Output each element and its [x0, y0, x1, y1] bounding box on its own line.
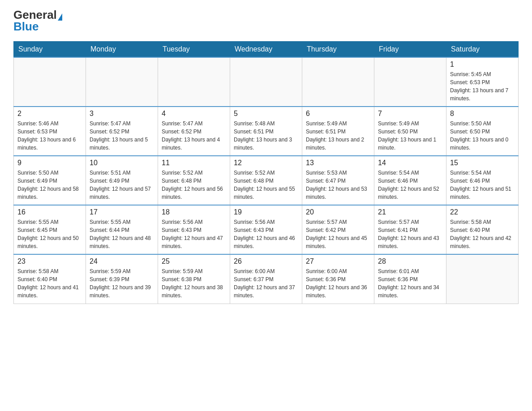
calendar-cell: 8Sunrise: 5:50 AM Sunset: 6:50 PM Daylig… — [446, 107, 519, 156]
calendar-cell: 16Sunrise: 5:55 AM Sunset: 6:45 PM Dayli… — [14, 205, 86, 254]
day-info: Sunrise: 5:59 AM Sunset: 6:38 PM Dayligh… — [162, 267, 226, 300]
calendar-cell: 5Sunrise: 5:48 AM Sunset: 6:51 PM Daylig… — [230, 107, 302, 156]
day-info: Sunrise: 5:50 AM Sunset: 6:49 PM Dayligh… — [17, 169, 82, 201]
weekday-header-monday: Monday — [86, 42, 158, 58]
weekday-header-thursday: Thursday — [302, 42, 374, 58]
calendar-cell: 25Sunrise: 5:59 AM Sunset: 6:38 PM Dayli… — [158, 254, 230, 304]
day-number: 18 — [162, 208, 226, 216]
calendar-cell: 9Sunrise: 5:50 AM Sunset: 6:49 PM Daylig… — [14, 156, 86, 205]
calendar-cell — [374, 57, 446, 107]
day-info: Sunrise: 5:53 AM Sunset: 6:47 PM Dayligh… — [306, 169, 370, 201]
day-number: 7 — [378, 110, 442, 118]
day-info: Sunrise: 5:56 AM Sunset: 6:43 PM Dayligh… — [234, 218, 298, 250]
day-number: 17 — [90, 208, 154, 216]
day-number: 12 — [234, 159, 298, 167]
day-info: Sunrise: 6:00 AM Sunset: 6:36 PM Dayligh… — [306, 267, 370, 300]
day-info: Sunrise: 5:59 AM Sunset: 6:39 PM Dayligh… — [90, 267, 154, 300]
calendar-cell — [446, 254, 519, 304]
calendar-cell: 14Sunrise: 5:54 AM Sunset: 6:46 PM Dayli… — [374, 156, 446, 205]
calendar-cell — [302, 57, 374, 107]
calendar-cell: 18Sunrise: 5:56 AM Sunset: 6:43 PM Dayli… — [158, 205, 230, 254]
day-info: Sunrise: 5:54 AM Sunset: 6:46 PM Dayligh… — [378, 169, 442, 201]
day-info: Sunrise: 5:55 AM Sunset: 6:45 PM Dayligh… — [17, 218, 82, 250]
day-info: Sunrise: 5:57 AM Sunset: 6:42 PM Dayligh… — [306, 218, 370, 250]
day-number: 11 — [162, 159, 226, 167]
calendar-cell — [86, 57, 158, 107]
calendar-cell: 2Sunrise: 5:46 AM Sunset: 6:53 PM Daylig… — [14, 107, 86, 156]
calendar-cell: 15Sunrise: 5:54 AM Sunset: 6:46 PM Dayli… — [446, 156, 519, 205]
day-number: 2 — [17, 110, 82, 118]
calendar-cell: 24Sunrise: 5:59 AM Sunset: 6:39 PM Dayli… — [86, 254, 158, 304]
weekday-header-saturday: Saturday — [446, 42, 519, 58]
weekday-header-friday: Friday — [374, 42, 446, 58]
calendar-cell: 12Sunrise: 5:52 AM Sunset: 6:48 PM Dayli… — [230, 156, 302, 205]
day-info: Sunrise: 5:45 AM Sunset: 6:53 PM Dayligh… — [450, 70, 515, 103]
day-number: 6 — [306, 110, 370, 118]
day-number: 10 — [90, 159, 154, 167]
page-header: General Blue — [13, 9, 519, 32]
day-info: Sunrise: 5:47 AM Sunset: 6:52 PM Dayligh… — [162, 120, 226, 152]
day-number: 3 — [90, 110, 154, 118]
week-row-2: 2Sunrise: 5:46 AM Sunset: 6:53 PM Daylig… — [14, 107, 519, 156]
weekday-header-row: SundayMondayTuesdayWednesdayThursdayFrid… — [14, 42, 519, 58]
calendar-cell: 11Sunrise: 5:52 AM Sunset: 6:48 PM Dayli… — [158, 156, 230, 205]
day-number: 16 — [17, 208, 82, 216]
calendar-cell — [230, 57, 302, 107]
calendar-cell: 20Sunrise: 5:57 AM Sunset: 6:42 PM Dayli… — [302, 205, 374, 254]
day-number: 25 — [162, 257, 226, 265]
calendar-cell: 27Sunrise: 6:00 AM Sunset: 6:36 PM Dayli… — [302, 254, 374, 304]
day-number: 22 — [450, 208, 515, 216]
day-info: Sunrise: 5:46 AM Sunset: 6:53 PM Dayligh… — [17, 120, 82, 152]
calendar-cell: 7Sunrise: 5:49 AM Sunset: 6:50 PM Daylig… — [374, 107, 446, 156]
day-info: Sunrise: 5:54 AM Sunset: 6:46 PM Dayligh… — [450, 169, 515, 201]
calendar-cell: 19Sunrise: 5:56 AM Sunset: 6:43 PM Dayli… — [230, 205, 302, 254]
weekday-header-sunday: Sunday — [14, 42, 86, 58]
day-number: 26 — [234, 257, 298, 265]
week-row-3: 9Sunrise: 5:50 AM Sunset: 6:49 PM Daylig… — [14, 156, 519, 205]
calendar-cell: 3Sunrise: 5:47 AM Sunset: 6:52 PM Daylig… — [86, 107, 158, 156]
day-number: 15 — [450, 159, 515, 167]
day-number: 4 — [162, 110, 226, 118]
week-row-5: 23Sunrise: 5:58 AM Sunset: 6:40 PM Dayli… — [14, 254, 519, 304]
day-number: 20 — [306, 208, 370, 216]
day-info: Sunrise: 6:00 AM Sunset: 6:37 PM Dayligh… — [234, 267, 298, 300]
calendar-cell: 26Sunrise: 6:00 AM Sunset: 6:37 PM Dayli… — [230, 254, 302, 304]
calendar-cell: 22Sunrise: 5:58 AM Sunset: 6:40 PM Dayli… — [446, 205, 519, 254]
day-number: 14 — [378, 159, 442, 167]
calendar-cell: 6Sunrise: 5:49 AM Sunset: 6:51 PM Daylig… — [302, 107, 374, 156]
logo-blue-text: Blue — [13, 21, 39, 32]
logo-triangle-icon — [58, 13, 62, 21]
day-info: Sunrise: 5:57 AM Sunset: 6:41 PM Dayligh… — [378, 218, 442, 250]
logo: General Blue — [13, 9, 62, 32]
day-info: Sunrise: 5:51 AM Sunset: 6:49 PM Dayligh… — [90, 169, 154, 201]
day-info: Sunrise: 5:52 AM Sunset: 6:48 PM Dayligh… — [234, 169, 298, 201]
calendar-cell: 28Sunrise: 6:01 AM Sunset: 6:36 PM Dayli… — [374, 254, 446, 304]
day-number: 24 — [90, 257, 154, 265]
day-info: Sunrise: 5:48 AM Sunset: 6:51 PM Dayligh… — [234, 120, 298, 152]
day-info: Sunrise: 5:49 AM Sunset: 6:50 PM Dayligh… — [378, 120, 442, 152]
day-number: 1 — [450, 60, 515, 68]
weekday-header-wednesday: Wednesday — [230, 42, 302, 58]
day-info: Sunrise: 5:58 AM Sunset: 6:40 PM Dayligh… — [17, 267, 82, 300]
calendar-cell: 21Sunrise: 5:57 AM Sunset: 6:41 PM Dayli… — [374, 205, 446, 254]
day-number: 9 — [17, 159, 82, 167]
day-number: 8 — [450, 110, 515, 118]
day-info: Sunrise: 5:47 AM Sunset: 6:52 PM Dayligh… — [90, 120, 154, 152]
calendar-cell: 1Sunrise: 5:45 AM Sunset: 6:53 PM Daylig… — [446, 57, 519, 107]
day-number: 19 — [234, 208, 298, 216]
day-info: Sunrise: 5:58 AM Sunset: 6:40 PM Dayligh… — [450, 218, 515, 250]
calendar-table: SundayMondayTuesdayWednesdayThursdayFrid… — [13, 41, 519, 304]
day-info: Sunrise: 5:49 AM Sunset: 6:51 PM Dayligh… — [306, 120, 370, 152]
calendar-cell — [158, 57, 230, 107]
day-number: 23 — [17, 257, 82, 265]
day-number: 28 — [378, 257, 442, 265]
calendar-cell: 4Sunrise: 5:47 AM Sunset: 6:52 PM Daylig… — [158, 107, 230, 156]
day-number: 21 — [378, 208, 442, 216]
calendar-cell: 23Sunrise: 5:58 AM Sunset: 6:40 PM Dayli… — [14, 254, 86, 304]
week-row-4: 16Sunrise: 5:55 AM Sunset: 6:45 PM Dayli… — [14, 205, 519, 254]
day-number: 27 — [306, 257, 370, 265]
logo-general-line: General — [13, 9, 62, 21]
calendar-cell: 17Sunrise: 5:55 AM Sunset: 6:44 PM Dayli… — [86, 205, 158, 254]
day-info: Sunrise: 5:56 AM Sunset: 6:43 PM Dayligh… — [162, 218, 226, 250]
day-info: Sunrise: 6:01 AM Sunset: 6:36 PM Dayligh… — [378, 267, 442, 300]
